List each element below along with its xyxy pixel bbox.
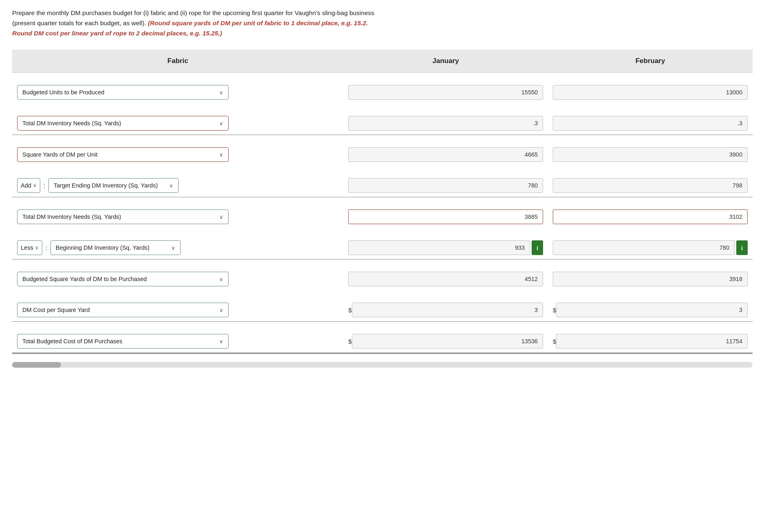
row-label-chevron-target-ending-dm: ∨: [169, 183, 173, 189]
feb-value-wrap-beginning-dm-inventory: 780i: [553, 240, 748, 255]
feb-value-wrap-target-ending-dm: 798: [553, 178, 748, 193]
jan-dollar-sign-total-budgeted-cost: $: [348, 338, 351, 345]
feb-value-budgeted-sq-yards[interactable]: 3918: [553, 272, 748, 286]
feb-value-square-yards-dm-per-unit[interactable]: 3900: [553, 147, 748, 162]
jan-value-wrap-total-dm-inventory-needs: 3885: [348, 209, 543, 224]
jan-value-wrap-total-dm-inventory-needs-sq: .3: [348, 116, 543, 131]
scrollbar-thumb[interactable]: [12, 362, 61, 368]
spacer-row-0: [12, 73, 753, 81]
feb-value-target-ending-dm[interactable]: 798: [553, 178, 748, 193]
row-label-dropdown-budgeted-sq-yards[interactable]: Budgeted Square Yards of DM to be Purcha…: [17, 272, 229, 286]
row-label-dropdown-dm-cost-per-sq-yard[interactable]: DM Cost per Square Yard∨: [17, 303, 229, 317]
feb-dollar-sign-total-budgeted-cost: $: [553, 338, 556, 345]
row-label-chevron-beginning-dm-inventory: ∨: [171, 245, 175, 251]
row-label-text-target-ending-dm: Target Ending DM Inventory (Sq. Yards): [54, 182, 158, 189]
table-row-budgeted-sq-yards: Budgeted Square Yards of DM to be Purcha…: [12, 268, 753, 290]
spacer-row-7: [12, 290, 753, 299]
row-label-dropdown-budgeted-units[interactable]: Budgeted Units to be Produced∨: [17, 85, 229, 100]
feb-value-budgeted-units[interactable]: 13000: [553, 85, 748, 100]
row-label-chevron-square-yards-dm-per-unit: ∨: [219, 152, 223, 158]
feb-value-wrap-total-dm-inventory-needs: 3102: [553, 209, 748, 224]
prefix-label-target-ending-dm: Add: [21, 182, 31, 189]
jan-value-wrap-dm-cost-per-sq-yard: $3: [348, 303, 543, 317]
jan-value-dm-cost-per-sq-yard[interactable]: 3: [352, 303, 543, 317]
horizontal-scrollbar[interactable]: [12, 362, 753, 368]
row-label-dropdown-square-yards-dm-per-unit[interactable]: Square Yards of DM per Unit∨: [17, 147, 229, 162]
row-label-dropdown-total-budgeted-cost[interactable]: Total Budgeted Cost of DM Purchases∨: [17, 334, 229, 349]
jan-value-total-dm-inventory-needs-sq[interactable]: .3: [348, 116, 543, 131]
row-label-chevron-total-dm-inventory-needs-sq: ∨: [219, 120, 223, 126]
feb-value-wrap-budgeted-sq-yards: 3918: [553, 272, 748, 286]
spacer-row-1: [12, 104, 753, 112]
jan-info-button-beginning-dm-inventory[interactable]: i: [532, 240, 543, 255]
table-row-total-dm-inventory-needs-sq: Total DM Inventory Needs (Sq. Yards)∨.3.…: [12, 112, 753, 135]
row-label-chevron-total-budgeted-cost: ∨: [219, 338, 223, 344]
jan-value-target-ending-dm[interactable]: 780: [348, 178, 543, 193]
table-row-target-ending-dm: Add∨:Target Ending DM Inventory (Sq. Yar…: [12, 174, 753, 197]
table-row-total-dm-inventory-needs: Total DM Inventory Needs (Sq. Yards)∨388…: [12, 205, 753, 228]
prefix-label-beginning-dm-inventory: Less: [21, 244, 33, 251]
row-label-text-dm-cost-per-sq-yard: DM Cost per Square Yard: [22, 307, 89, 313]
colon-target-ending-dm: :: [43, 182, 46, 189]
spacer-row-2: [12, 135, 753, 144]
table-row-total-budgeted-cost: Total Budgeted Cost of DM Purchases∨$135…: [12, 330, 753, 353]
jan-value-total-dm-inventory-needs[interactable]: 3885: [348, 209, 543, 224]
feb-value-total-dm-inventory-needs-sq[interactable]: .3: [553, 116, 748, 131]
spacer-row-3: [12, 166, 753, 174]
jan-value-wrap-target-ending-dm: 780: [348, 178, 543, 193]
feb-info-button-beginning-dm-inventory[interactable]: i: [736, 240, 748, 255]
feb-value-wrap-dm-cost-per-sq-yard: $3: [553, 303, 748, 317]
spacer-row-6: [12, 259, 753, 268]
col-february-header: February: [548, 50, 753, 73]
row-label-text-budgeted-units: Budgeted Units to be Produced: [22, 89, 105, 96]
jan-value-wrap-square-yards-dm-per-unit: 4665: [348, 147, 543, 162]
feb-value-wrap-budgeted-units: 13000: [553, 85, 748, 100]
table-row-dm-cost-per-sq-yard: DM Cost per Square Yard∨$3$3: [12, 299, 753, 322]
row-label-dropdown-total-dm-inventory-needs-sq[interactable]: Total DM Inventory Needs (Sq. Yards)∨: [17, 116, 229, 131]
row-label-chevron-dm-cost-per-sq-yard: ∨: [219, 307, 223, 313]
jan-value-total-budgeted-cost[interactable]: 13536: [352, 334, 543, 349]
row-label-dropdown-target-ending-dm[interactable]: Target Ending DM Inventory (Sq. Yards)∨: [48, 178, 179, 193]
row-label-text-square-yards-dm-per-unit: Square Yards of DM per Unit: [22, 151, 98, 158]
prefix-chevron-target-ending-dm: ∨: [33, 183, 37, 188]
table-header-row: Fabric January February: [12, 50, 753, 73]
spacer-row-4: [12, 197, 753, 206]
jan-value-square-yards-dm-per-unit[interactable]: 4665: [348, 147, 543, 162]
prefix-chevron-beginning-dm-inventory: ∨: [35, 245, 39, 251]
row-label-dropdown-beginning-dm-inventory[interactable]: Beginning DM Inventory (Sq. Yards)∨: [50, 240, 181, 255]
jan-value-budgeted-sq-yards[interactable]: 4512: [348, 272, 543, 286]
feb-value-total-dm-inventory-needs[interactable]: 3102: [553, 209, 748, 224]
feb-value-wrap-total-dm-inventory-needs-sq: .3: [553, 116, 748, 131]
prefix-dropdown-beginning-dm-inventory[interactable]: Less∨: [17, 240, 42, 255]
jan-dollar-sign-dm-cost-per-sq-yard: $: [348, 307, 351, 314]
row-label-text-budgeted-sq-yards: Budgeted Square Yards of DM to be Purcha…: [22, 276, 147, 282]
row-label-chevron-budgeted-units: ∨: [219, 89, 223, 96]
col-january-header: January: [343, 50, 548, 73]
colon-beginning-dm-inventory: :: [45, 244, 48, 251]
jan-value-budgeted-units[interactable]: 15550: [348, 85, 543, 100]
feb-value-total-budgeted-cost[interactable]: 11754: [556, 334, 748, 349]
spacer-row-8: [12, 322, 753, 330]
jan-value-wrap-budgeted-sq-yards: 4512: [348, 272, 543, 286]
jan-value-beginning-dm-inventory[interactable]: 933: [348, 240, 530, 255]
row-label-text-beginning-dm-inventory: Beginning DM Inventory (Sq. Yards): [56, 244, 150, 251]
jan-value-wrap-budgeted-units: 15550: [348, 85, 543, 100]
jan-value-wrap-beginning-dm-inventory: 933i: [348, 240, 543, 255]
feb-value-wrap-total-budgeted-cost: $11754: [553, 334, 748, 349]
feb-value-dm-cost-per-sq-yard[interactable]: 3: [556, 303, 748, 317]
table-row-beginning-dm-inventory: Less∨:Beginning DM Inventory (Sq. Yards)…: [12, 236, 753, 259]
row-label-chevron-total-dm-inventory-needs: ∨: [219, 214, 223, 220]
budget-table: Fabric January February Budgeted Units t…: [12, 50, 753, 354]
feb-dollar-sign-dm-cost-per-sq-yard: $: [553, 307, 556, 314]
col-fabric-header: Fabric: [12, 50, 343, 73]
feb-value-wrap-square-yards-dm-per-unit: 3900: [553, 147, 748, 162]
row-label-dropdown-total-dm-inventory-needs[interactable]: Total DM Inventory Needs (Sq. Yards)∨: [17, 209, 229, 224]
spacer-row-5: [12, 228, 753, 236]
intro-paragraph: Prepare the monthly DM purchases budget …: [12, 8, 378, 38]
feb-value-beginning-dm-inventory[interactable]: 780: [553, 240, 735, 255]
prefix-dropdown-target-ending-dm[interactable]: Add∨: [17, 178, 40, 193]
row-label-chevron-budgeted-sq-yards: ∨: [219, 276, 223, 282]
row-label-text-total-dm-inventory-needs: Total DM Inventory Needs (Sq. Yards): [22, 214, 121, 220]
row-label-text-total-dm-inventory-needs-sq: Total DM Inventory Needs (Sq. Yards): [22, 120, 121, 126]
jan-value-wrap-total-budgeted-cost: $13536: [348, 334, 543, 349]
